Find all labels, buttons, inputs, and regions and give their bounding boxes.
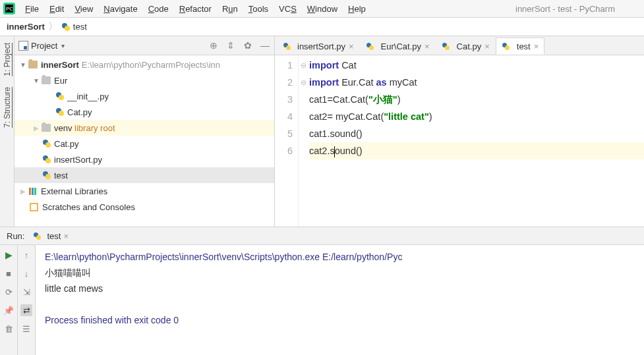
library-root-label: library root	[72, 123, 115, 133]
code-editor[interactable]: 123456 ⊖⊖ import Cat import Eur.Cat as m…	[275, 55, 644, 227]
python-file-icon	[282, 41, 291, 51]
breadcrumb: innerSort 〉 test	[0, 18, 644, 36]
svg-point-24	[445, 45, 450, 50]
menu-tools[interactable]: Tools	[243, 3, 274, 15]
svg-point-14	[45, 174, 51, 179]
tree-scratches[interactable]: Scratches and Consoles	[15, 199, 274, 215]
rerun-icon[interactable]: ⟳	[3, 286, 15, 298]
tab-label: insertSort.py	[297, 41, 345, 51]
tab-label: Cat.py	[457, 41, 482, 51]
close-icon[interactable]: ×	[424, 41, 430, 51]
play-icon[interactable]: ▶	[3, 249, 15, 261]
tree-label: innerSort	[41, 60, 79, 70]
close-icon[interactable]: ×	[63, 231, 69, 241]
svg-point-10	[45, 142, 51, 148]
down-icon[interactable]: ↓	[20, 267, 32, 279]
tree-file-insertsort[interactable]: insertSort.py	[15, 151, 274, 167]
sidebar-tab-structure[interactable]: 7: Structure	[1, 83, 13, 132]
menu-file[interactable]: File	[20, 3, 44, 15]
python-file-icon	[366, 41, 375, 51]
pin-icon[interactable]: 📌	[3, 304, 15, 316]
project-tree[interactable]: ▼ innerSort E:\learn\python\PycharmProje…	[15, 55, 274, 227]
tab-label: Eur\Cat.py	[381, 41, 421, 51]
python-file-icon	[42, 171, 51, 180]
tab-insertsort[interactable]: insertSort.py ×	[276, 38, 360, 55]
tree-root[interactable]: ▼ innerSort E:\learn\python\PycharmProje…	[15, 57, 274, 72]
locate-icon[interactable]: ⊕	[208, 40, 219, 51]
close-icon[interactable]: ×	[534, 41, 539, 51]
svg-point-26	[505, 45, 510, 50]
run-config-tab[interactable]: test ×	[30, 230, 71, 242]
gear-icon[interactable]: ✿	[243, 40, 253, 51]
python-file-icon	[55, 107, 65, 117]
menu-code[interactable]: Code	[143, 3, 174, 15]
collapse-icon[interactable]: ⇕	[225, 40, 236, 51]
tree-file-test[interactable]: test	[15, 167, 274, 183]
close-icon[interactable]: ×	[349, 41, 354, 51]
menu-vcs[interactable]: VCS	[274, 3, 302, 15]
editor-tabs: insertSort.py × Eur\Cat.py × Cat.py × te…	[275, 36, 644, 55]
tree-folder-eur[interactable]: ▼ Eur	[15, 72, 274, 88]
menu-navigate[interactable]: Navigate	[98, 3, 142, 15]
minimize-icon[interactable]: —	[260, 40, 270, 51]
close-icon[interactable]: ×	[484, 41, 490, 51]
line-gutter: 123456	[275, 55, 299, 227]
tree-folder-venv[interactable]: ▶ venv library root	[15, 120, 274, 136]
expand-icon[interactable]: ▼	[32, 77, 41, 84]
left-tool-strip: 1: Project 7: Structure	[0, 36, 15, 227]
delete-icon[interactable]: 🗑	[3, 323, 15, 335]
svg-point-28	[36, 235, 41, 240]
window-title: innerSort - test - PyCharm	[515, 4, 615, 14]
tree-label: test	[54, 171, 68, 180]
scratches-icon	[29, 202, 40, 212]
code-area[interactable]: import Cat import Eur.Cat as myCat cat1=…	[308, 55, 644, 227]
stop-icon[interactable]: ■	[3, 267, 15, 279]
tree-file-cat2[interactable]: Cat.py	[15, 136, 274, 151]
tree-label: Cat.py	[54, 139, 79, 149]
svg-point-12	[45, 158, 51, 163]
console-line: 小猫喵喵叫	[45, 267, 91, 278]
run-body: ▶ ■ ⟳ 📌 🗑 ↑ ↓ ⇲ ⇄ ☰ E:\learn\python\Pych…	[0, 245, 644, 355]
menu-help[interactable]: Help	[343, 3, 371, 15]
svg-text:PC: PC	[6, 6, 13, 12]
libraries-icon	[28, 186, 38, 196]
breadcrumb-file[interactable]: test	[73, 22, 87, 32]
menu-view[interactable]: View	[69, 3, 98, 15]
console-output[interactable]: E:\learn\python\PycharmProjects\innerSor…	[36, 245, 644, 355]
tree-label: Scratches and Consoles	[42, 202, 135, 212]
project-pane-title[interactable]: Project	[31, 41, 57, 51]
tab-test[interactable]: test ×	[496, 38, 545, 55]
expand-icon[interactable]: ▶	[18, 188, 28, 195]
expand-icon[interactable]: ▼	[18, 61, 28, 68]
breadcrumb-sep: 〉	[48, 20, 58, 33]
console-exit: Process finished with exit code 0	[45, 315, 179, 325]
print-icon[interactable]: ☰	[20, 323, 32, 335]
tree-file-init[interactable]: __init__.py	[15, 88, 274, 104]
menu-refactor[interactable]: Refactor	[174, 3, 217, 15]
run-panel-header: Run: test ×	[0, 227, 644, 245]
project-tool-window: Project ▾ ⊕ ⇕ ✿ — ▼ innerSort E:\learn\p…	[15, 36, 275, 227]
menu-window[interactable]: Window	[302, 3, 343, 15]
console-line: little cat mews	[45, 283, 103, 294]
dropdown-icon[interactable]: ▾	[61, 42, 65, 49]
up-icon[interactable]: ↑	[20, 249, 32, 261]
svg-rect-17	[34, 188, 36, 195]
menu-edit[interactable]: Edit	[44, 3, 69, 15]
svg-point-6	[59, 95, 64, 100]
svg-point-4	[65, 26, 70, 31]
expand-icon[interactable]: ▶	[32, 124, 41, 132]
menu-run[interactable]: Run	[217, 3, 243, 15]
svg-rect-15	[29, 188, 31, 195]
python-file-icon	[61, 22, 71, 32]
tree-label: __init__.py	[67, 92, 109, 101]
tab-eur-cat[interactable]: Eur\Cat.py ×	[360, 38, 436, 55]
console-path: E:\learn\python\PycharmProjects\innerSor…	[45, 252, 402, 262]
soft-wrap-icon[interactable]: ⇄	[20, 304, 32, 316]
tab-cat[interactable]: Cat.py ×	[436, 38, 496, 55]
export-icon[interactable]: ⇲	[20, 286, 32, 298]
sidebar-tab-project[interactable]: 1: Project	[1, 39, 13, 80]
tree-external-libraries[interactable]: ▶ External Libraries	[15, 183, 274, 199]
tree-label: Eur	[54, 76, 67, 86]
tree-file-cat[interactable]: Cat.py	[15, 104, 274, 120]
breadcrumb-root[interactable]: innerSort	[7, 22, 45, 32]
